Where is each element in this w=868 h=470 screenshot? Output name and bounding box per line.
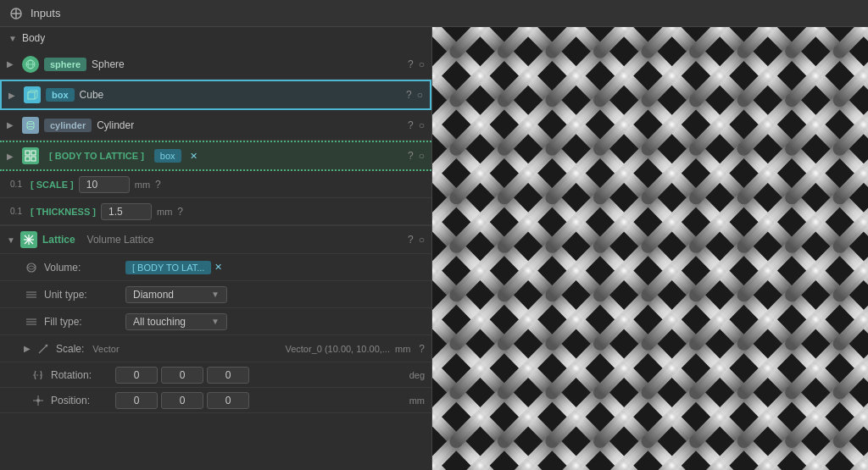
body-to-lattice-label: [ BODY TO LATTICE ] xyxy=(44,149,149,163)
cylinder-label: cylinder xyxy=(44,119,92,132)
body-section-header: ▼ Body xyxy=(0,27,431,49)
inputs-icon xyxy=(8,6,24,21)
cylinder-item[interactable]: ▶ cylinder Cylinder ? ○ xyxy=(0,110,431,141)
fill-type-value-box: All touching ▼ xyxy=(125,313,425,330)
rotation-y-input[interactable] xyxy=(161,367,203,384)
thickness-unit: mm xyxy=(157,207,172,217)
scale-unit: mm xyxy=(135,180,150,190)
volume-label: Volume: xyxy=(44,262,120,274)
unit-type-label: Unit type: xyxy=(44,289,120,301)
lattice-viewport[interactable] xyxy=(432,27,868,470)
cylinder-actions: ? ○ xyxy=(408,119,425,131)
rotation-label: Rotation: xyxy=(51,369,110,381)
sphere-toggle-icon[interactable]: ○ xyxy=(419,58,425,70)
sphere-help-icon[interactable]: ? xyxy=(408,58,414,70)
lattice-toggle-icon[interactable]: ○ xyxy=(419,234,425,246)
rotation-unit: deg xyxy=(409,370,425,380)
fill-type-dropdown[interactable]: All touching ▼ xyxy=(125,313,227,330)
box-label: box xyxy=(46,88,75,102)
lattice-collapse-arrow: ▼ xyxy=(7,235,15,245)
volume-value-box: [ BODY TO LAT... ✕ xyxy=(125,261,425,274)
sphere-actions: ? ○ xyxy=(408,58,425,70)
position-inputs xyxy=(115,392,404,409)
header-bar: Inputs xyxy=(0,0,868,27)
scale-vector-row[interactable]: ▶ Scale: Vector Vector_0 (10.00, 10.00,.… xyxy=(0,335,431,362)
rotation-row: Rotation: deg xyxy=(0,362,431,388)
lattice-section-actions: ? ○ xyxy=(408,234,425,246)
position-row: Position: mm xyxy=(0,388,431,413)
sphere-icon xyxy=(22,56,39,73)
fill-type-dropdown-arrow: ▼ xyxy=(211,317,220,326)
box-expand-arrow: ▶ xyxy=(8,91,19,100)
body-to-lattice-close[interactable]: ✕ xyxy=(190,151,198,162)
volume-prop-row: Volume: [ BODY TO LAT... ✕ xyxy=(0,254,431,281)
thickness-label: [ THICKNESS ] xyxy=(31,207,96,217)
lattice-expand-arrow: ▶ xyxy=(7,152,17,161)
unit-type-dropdown-arrow: ▼ xyxy=(211,290,220,299)
scale-label: [ SCALE ] xyxy=(31,180,74,190)
lattice-section-title: Lattice xyxy=(42,234,75,246)
scale-vector-type: Vector xyxy=(92,344,119,354)
sphere-label: sphere xyxy=(44,58,86,71)
thickness-badge: 0.1 xyxy=(7,207,25,216)
position-unit: mm xyxy=(409,395,425,406)
lattice-section-icon xyxy=(20,231,37,248)
rotation-x-input[interactable] xyxy=(115,367,158,384)
thickness-param-row: 0.1 [ THICKNESS ] mm ? xyxy=(0,198,431,225)
scale-param-row: 0.1 [ SCALE ] mm ? xyxy=(0,171,431,198)
position-y-input[interactable] xyxy=(161,392,203,409)
box-help-icon[interactable]: ? xyxy=(406,89,412,101)
scale-input[interactable] xyxy=(79,176,130,193)
lattice-section-header[interactable]: ▼ Lattice Volume Lattice ? ○ xyxy=(0,226,431,254)
fill-type-label: Fill type: xyxy=(44,316,120,328)
lattice-section-subtitle: Volume Lattice xyxy=(87,234,154,246)
svg-point-12 xyxy=(27,121,34,124)
box-item[interactable]: ▶ box Cube ? ○ xyxy=(0,80,431,110)
scale-vector-arrow: ▶ xyxy=(24,344,31,353)
volume-icon xyxy=(24,260,39,275)
svg-rect-17 xyxy=(31,151,36,155)
fill-type-value: All touching xyxy=(133,316,186,328)
body-to-lattice-actions: ? ○ xyxy=(408,150,425,162)
rotation-z-input[interactable] xyxy=(207,367,249,384)
svg-rect-19 xyxy=(31,157,36,161)
box-toggle-icon[interactable]: ○ xyxy=(417,89,423,101)
scale-help-icon[interactable]: ? xyxy=(155,179,161,191)
unit-type-value: Diamond xyxy=(133,289,174,301)
scale-badge: 0.1 xyxy=(7,180,25,189)
unit-type-icon xyxy=(24,287,39,302)
body-title: Body xyxy=(22,32,45,44)
cylinder-name: Cylinder xyxy=(97,119,134,131)
rotation-inputs xyxy=(115,367,404,384)
thickness-help-icon[interactable]: ? xyxy=(177,206,183,218)
cylinder-icon xyxy=(22,117,39,134)
thickness-input[interactable] xyxy=(101,203,152,220)
position-icon xyxy=(31,393,46,408)
unit-type-value-box: Diamond ▼ xyxy=(125,286,425,303)
box-name: Cube xyxy=(80,89,104,101)
lattice-help-icon[interactable]: ? xyxy=(408,234,414,246)
position-x-input[interactable] xyxy=(115,392,158,409)
svg-rect-6 xyxy=(28,92,35,99)
svg-rect-16 xyxy=(25,151,30,155)
header-title: Inputs xyxy=(31,7,60,19)
scale-vector-label: Scale: xyxy=(56,343,84,355)
body-to-lattice-toggle-icon[interactable]: ○ xyxy=(419,150,425,162)
body-to-lattice-help-icon[interactable]: ? xyxy=(408,150,414,162)
position-z-input[interactable] xyxy=(207,392,249,409)
fill-type-prop-row: Fill type: All touching ▼ xyxy=(0,308,431,335)
scale-vector-value: Vector_0 (10.00, 10.00,... xyxy=(125,344,390,354)
unit-type-dropdown[interactable]: Diamond ▼ xyxy=(125,286,227,303)
volume-close-icon[interactable]: ✕ xyxy=(214,262,222,273)
box-icon xyxy=(24,86,41,103)
position-label: Position: xyxy=(51,395,110,406)
fill-type-icon xyxy=(24,314,39,329)
body-to-lattice-item[interactable]: ▶ [ BODY TO LATTICE ] box ✕ ? ○ xyxy=(0,141,431,171)
sphere-expand-arrow: ▶ xyxy=(7,59,17,69)
body-to-lattice-ref: box xyxy=(154,149,181,163)
sphere-item[interactable]: ▶ sphere Sphere ? ○ xyxy=(0,49,431,80)
cylinder-help-icon[interactable]: ? xyxy=(408,119,414,131)
scale-vector-unit: mm xyxy=(395,344,410,354)
cylinder-toggle-icon[interactable]: ○ xyxy=(419,119,425,131)
scale-vector-help-icon[interactable]: ? xyxy=(419,343,425,355)
